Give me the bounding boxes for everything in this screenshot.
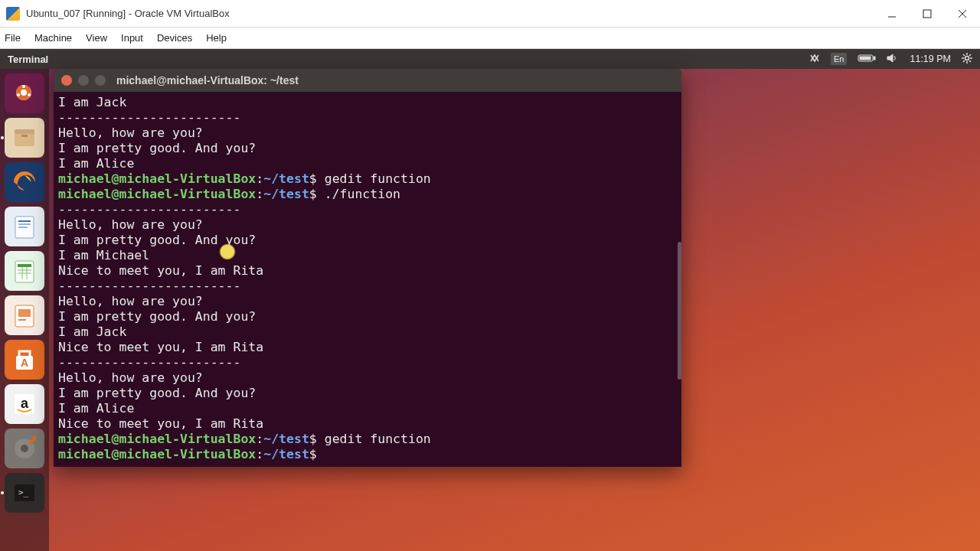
terminal-output-line: Nice to meet you, I am Rita bbox=[58, 340, 677, 355]
svg-rect-25 bbox=[21, 135, 28, 137]
menu-devices[interactable]: Devices bbox=[157, 32, 192, 44]
network-icon[interactable] bbox=[809, 54, 820, 65]
svg-marker-7 bbox=[887, 54, 893, 62]
terminal-output-line: I am Alice bbox=[58, 401, 677, 416]
terminal-output-line: Hello, how are you? bbox=[58, 126, 677, 141]
svg-point-45 bbox=[21, 445, 28, 452]
svg-rect-38 bbox=[18, 309, 31, 317]
close-button[interactable] bbox=[945, 0, 980, 27]
launcher-impress[interactable] bbox=[5, 295, 44, 335]
terminal-output-line: I am pretty good. And you? bbox=[58, 233, 677, 248]
menu-input[interactable]: Input bbox=[121, 32, 143, 44]
svg-rect-1 bbox=[923, 10, 931, 18]
launcher-amazon[interactable]: a bbox=[5, 384, 44, 424]
terminal-minimize-button[interactable] bbox=[78, 75, 89, 86]
terminal-output-line: Hello, how are you? bbox=[58, 217, 677, 233]
terminal-prompt-line: michael@michael-VirtualBox:~/test$ gedit… bbox=[58, 171, 677, 187]
terminal-titlebar[interactable]: michael@michael-VirtualBox: ~/test bbox=[54, 69, 681, 92]
virtualbox-window-title: Ubuntu_007 [Running] - Oracle VM Virtual… bbox=[26, 8, 874, 19]
svg-line-14 bbox=[969, 60, 971, 62]
svg-line-16 bbox=[963, 60, 965, 62]
terminal-scrollbar[interactable] bbox=[678, 242, 681, 380]
launcher-terminal[interactable]: >_ bbox=[5, 473, 44, 513]
virtualbox-icon bbox=[6, 7, 20, 21]
terminal-output-line: Nice to meet you, I am Rita bbox=[58, 416, 677, 432]
ubuntu-top-panel: Terminal En 11:19 PM bbox=[0, 49, 980, 69]
terminal-output-line: I am Michael bbox=[58, 248, 677, 263]
svg-text:>_: >_ bbox=[18, 487, 29, 497]
terminal-output-line: ------------------------ bbox=[58, 355, 677, 370]
svg-rect-23 bbox=[15, 132, 34, 146]
launcher-calc[interactable] bbox=[5, 251, 44, 291]
svg-point-8 bbox=[965, 56, 969, 60]
menu-view[interactable]: View bbox=[86, 32, 107, 44]
launcher-firefox[interactable] bbox=[5, 162, 44, 202]
svg-rect-39 bbox=[18, 319, 26, 321]
svg-point-20 bbox=[22, 85, 25, 88]
terminal-prompt-line: michael@michael-VirtualBox:~/test$ ./fun… bbox=[58, 187, 677, 202]
terminal-output-line: ------------------------ bbox=[58, 279, 677, 294]
terminal-window[interactable]: michael@michael-VirtualBox: ~/test I am … bbox=[54, 69, 681, 467]
terminal-prompt-line: michael@michael-VirtualBox:~/test$ gedit… bbox=[58, 432, 677, 447]
svg-line-15 bbox=[969, 54, 971, 56]
maximize-button[interactable] bbox=[910, 0, 945, 27]
svg-rect-32 bbox=[18, 264, 31, 267]
svg-text:A: A bbox=[21, 357, 28, 369]
terminal-output-line: I am Alice bbox=[58, 156, 677, 171]
terminal-title: michael@michael-VirtualBox: ~/test bbox=[116, 74, 299, 86]
terminal-output-line: I am pretty good. And you? bbox=[58, 309, 677, 324]
gear-icon[interactable] bbox=[962, 53, 972, 66]
terminal-maximize-button[interactable] bbox=[95, 75, 106, 86]
svg-point-19 bbox=[21, 90, 27, 96]
launcher-software[interactable]: A bbox=[5, 340, 44, 380]
clock[interactable]: 11:19 PM bbox=[910, 54, 951, 64]
volume-icon[interactable] bbox=[887, 54, 899, 65]
terminal-output-line: I am pretty good. And you? bbox=[58, 141, 677, 156]
svg-rect-28 bbox=[18, 220, 31, 222]
svg-rect-24 bbox=[15, 129, 34, 134]
active-app-title: Terminal bbox=[8, 54, 48, 65]
menu-machine[interactable]: Machine bbox=[34, 32, 72, 44]
terminal-prompt-line: michael@michael-VirtualBox:~/test$ bbox=[58, 447, 677, 462]
terminal-output-line: Hello, how are you? bbox=[58, 370, 677, 386]
svg-rect-6 bbox=[860, 57, 871, 60]
guest-viewport: Terminal En 11:19 PM Aa>_ michael@michae… bbox=[0, 49, 980, 551]
launcher-settings[interactable] bbox=[5, 429, 44, 468]
virtualbox-titlebar: Ubuntu_007 [Running] - Oracle VM Virtual… bbox=[0, 0, 980, 28]
terminal-output-line: ------------------------ bbox=[58, 202, 677, 217]
svg-rect-30 bbox=[18, 227, 28, 228]
svg-point-22 bbox=[17, 93, 20, 96]
minimize-button[interactable] bbox=[874, 0, 910, 27]
launcher-files[interactable] bbox=[5, 118, 44, 158]
terminal-output-line: Nice to meet you, I am Rita bbox=[58, 263, 677, 279]
launcher-search[interactable] bbox=[5, 73, 44, 113]
battery-icon[interactable] bbox=[858, 54, 876, 65]
virtualbox-menubar: File Machine View Input Devices Help bbox=[0, 28, 980, 49]
svg-text:a: a bbox=[21, 396, 29, 411]
terminal-output-line: I am pretty good. And you? bbox=[58, 386, 677, 401]
terminal-output-line: I am Jack bbox=[58, 95, 677, 110]
ubuntu-launcher: Aa>_ bbox=[0, 69, 49, 551]
svg-rect-29 bbox=[18, 223, 31, 225]
terminal-output-line: I am Jack bbox=[58, 324, 677, 340]
menu-file[interactable]: File bbox=[5, 32, 21, 44]
keyboard-lang-indicator[interactable]: En bbox=[831, 53, 847, 65]
svg-line-13 bbox=[963, 54, 965, 56]
terminal-output-line: ------------------------ bbox=[58, 110, 677, 126]
terminal-close-button[interactable] bbox=[61, 75, 72, 86]
terminal-body[interactable]: I am Jack------------------------Hello, … bbox=[54, 92, 681, 467]
svg-rect-5 bbox=[874, 57, 875, 60]
launcher-writer[interactable] bbox=[5, 207, 44, 246]
menu-help[interactable]: Help bbox=[206, 32, 227, 44]
svg-point-21 bbox=[28, 93, 31, 96]
terminal-output-line: Hello, how are you? bbox=[58, 294, 677, 309]
